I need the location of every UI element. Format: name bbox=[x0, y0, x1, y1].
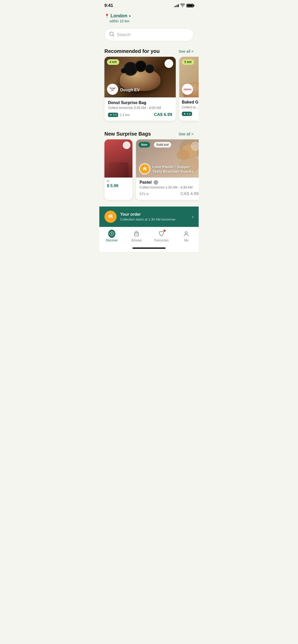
pastel-store-logo bbox=[139, 163, 150, 174]
metro-rating-value: 4.6 bbox=[187, 112, 191, 115]
store-logo: DoughEV bbox=[107, 84, 118, 95]
order-banner[interactable]: Your order Collection starts at 1:30 AM … bbox=[99, 207, 199, 227]
order-subtitle: Collection starts at 1:30 AM tomorrow bbox=[120, 217, 188, 221]
heart-icon bbox=[158, 231, 165, 237]
person-icon bbox=[183, 231, 189, 237]
metro-rating-badge: ★ 4.6 bbox=[182, 112, 192, 116]
search-placeholder: Search bbox=[117, 32, 131, 37]
pastel-favourite-button[interactable]: ♡ bbox=[191, 142, 199, 151]
rating-value: 4.8 bbox=[113, 113, 117, 116]
sold-dot-indicator bbox=[154, 180, 158, 185]
favourites-badge bbox=[164, 230, 166, 232]
metro-stock-badge: 5 left bbox=[182, 59, 194, 65]
metro-card[interactable]: 5 left metro Baked G... Collect to... ★ … bbox=[179, 57, 199, 121]
me-icon-wrap bbox=[183, 230, 190, 237]
pastel-name-row: Pastel bbox=[140, 180, 199, 185]
star-icon: ★ bbox=[110, 113, 112, 116]
new-bags-scroll[interactable]: ♡ M $ 5.99 N bbox=[99, 139, 199, 204]
dough-ev-card-image: 4 left ♡ DoughEV Dough EV bbox=[104, 57, 176, 97]
location-city: London bbox=[111, 13, 127, 19]
pastel-distance: 571 m bbox=[140, 192, 149, 196]
metro-card-body: Baked G... Collect to... ★ 4.6 bbox=[179, 97, 199, 119]
pastel-price: CA$ 4.99 bbox=[180, 191, 199, 196]
partial-card-body: M $ 5.99 bbox=[104, 178, 132, 190]
wifi-icon bbox=[180, 4, 185, 8]
signal-icon bbox=[174, 4, 179, 7]
browse-label: Browse bbox=[131, 239, 142, 242]
pastel-collect-time: Collect tomorrow 1:30 AM - 4:30 AM bbox=[140, 185, 199, 189]
status-bar: 9:41 bbox=[99, 0, 199, 10]
search-icon bbox=[109, 32, 114, 38]
pastel-bag-name: Pastel bbox=[140, 180, 152, 185]
svg-rect-7 bbox=[134, 233, 139, 236]
location-chevron-icon: ▾ bbox=[129, 14, 131, 18]
partial-label: M bbox=[107, 180, 130, 183]
discover-label: Discover bbox=[106, 239, 118, 242]
new-bags-see-all[interactable]: See all > bbox=[179, 132, 194, 136]
partial-card[interactable]: ♡ M $ 5.99 bbox=[104, 139, 132, 200]
browse-icon-wrap bbox=[133, 230, 140, 237]
new-bags-header: New Surprise Bags See all > bbox=[99, 127, 199, 139]
location-header[interactable]: 📍 London ▾ within 10 km bbox=[99, 10, 199, 25]
nav-item-browse[interactable]: Browse bbox=[128, 230, 145, 242]
home-indicator bbox=[99, 244, 199, 252]
star-icon: ★ bbox=[183, 112, 186, 115]
sold-out-badge: Sold out bbox=[154, 142, 171, 148]
price: CA$ 6.99 bbox=[154, 112, 172, 117]
bag-name: Donut Surprise Bag bbox=[108, 100, 172, 105]
metro-collect-time: Collect to... bbox=[182, 105, 199, 109]
rating-row: ★ 4.8 1.2 km bbox=[108, 113, 130, 117]
bag-icon bbox=[133, 231, 140, 237]
pastel-store-name-overlay: Love Pastel / SupperTasty Brazilian Snac… bbox=[152, 165, 193, 174]
metro-card-image: 5 left metro bbox=[179, 57, 199, 97]
status-icons bbox=[174, 4, 194, 8]
new-bags-section: New Surprise Bags See all > ♡ M $ 5.99 bbox=[99, 127, 199, 204]
order-chevron-icon: › bbox=[192, 214, 194, 219]
metro-rating-row: ★ 4.6 bbox=[182, 112, 199, 116]
recommended-scroll[interactable]: 4 left ♡ DoughEV Dough EV Donut Surprise… bbox=[99, 57, 199, 125]
location-pin-icon: 📍 bbox=[104, 13, 110, 18]
partial-price: $ 5.99 bbox=[107, 184, 130, 188]
card-footer: ★ 4.8 1.2 km CA$ 6.99 bbox=[108, 112, 172, 117]
pastel-card-image: New Sold out ♡ Love Pastel / SupperTasty bbox=[136, 139, 199, 178]
pastel-card-body: Pastel Collect tomorrow 1:30 AM - 4:30 A… bbox=[136, 178, 199, 200]
location-radius: within 10 km bbox=[110, 19, 194, 23]
svg-point-9 bbox=[185, 232, 187, 234]
search-bar[interactable]: Search bbox=[104, 28, 194, 41]
favourite-button[interactable]: ♡ bbox=[165, 59, 173, 68]
order-text: Your order Collection starts at 1:30 AM … bbox=[120, 212, 188, 221]
order-title: Your order bbox=[120, 212, 188, 217]
rating-badge: ★ 4.8 bbox=[108, 113, 118, 117]
collect-time: Collect tomorrow 3:30 AM - 4:00 AM bbox=[108, 106, 172, 110]
home-bar bbox=[132, 247, 166, 249]
compass-icon bbox=[108, 230, 115, 238]
status-time: 9:41 bbox=[104, 3, 113, 8]
order-logo bbox=[104, 211, 117, 223]
recommended-title: Recommended for you bbox=[104, 48, 160, 54]
recommended-section-header: Recommended for you See all > bbox=[99, 44, 199, 57]
discover-icon-wrap bbox=[108, 230, 115, 237]
pastel-footer: 571 m CA$ 4.99 bbox=[140, 191, 199, 196]
pastel-card[interactable]: New Sold out ♡ Love Pastel / SupperTasty bbox=[136, 139, 199, 200]
svg-line-1 bbox=[113, 35, 114, 36]
bottom-nav: Discover Browse Favourites bbox=[99, 227, 199, 244]
me-label: Me bbox=[184, 239, 188, 242]
partial-favourite-button[interactable]: ♡ bbox=[123, 141, 130, 149]
stock-badge: 4 left bbox=[107, 59, 119, 65]
metro-logo: metro bbox=[182, 84, 193, 95]
new-bags-title: New Surprise Bags bbox=[104, 131, 151, 137]
favourites-icon-wrap bbox=[158, 230, 165, 237]
dough-ev-card[interactable]: 4 left ♡ DoughEV Dough EV Donut Surprise… bbox=[104, 57, 176, 121]
new-badge: New bbox=[139, 142, 150, 148]
partial-card-image: ♡ bbox=[104, 139, 132, 178]
nav-item-favourites[interactable]: Favourites bbox=[153, 230, 170, 242]
recommended-see-all[interactable]: See all > bbox=[179, 49, 194, 53]
nav-item-me[interactable]: Me bbox=[177, 230, 195, 242]
distance: 1.2 km bbox=[120, 113, 130, 117]
nav-item-discover[interactable]: Discover bbox=[103, 230, 121, 242]
favourites-label: Favourites bbox=[154, 239, 169, 242]
store-name-overlay: Dough EV bbox=[120, 88, 140, 92]
metro-bag-name: Baked G... bbox=[182, 100, 199, 105]
search-container: Search bbox=[99, 25, 199, 44]
dough-ev-card-body: Donut Surprise Bag Collect tomorrow 3:30… bbox=[104, 97, 176, 121]
